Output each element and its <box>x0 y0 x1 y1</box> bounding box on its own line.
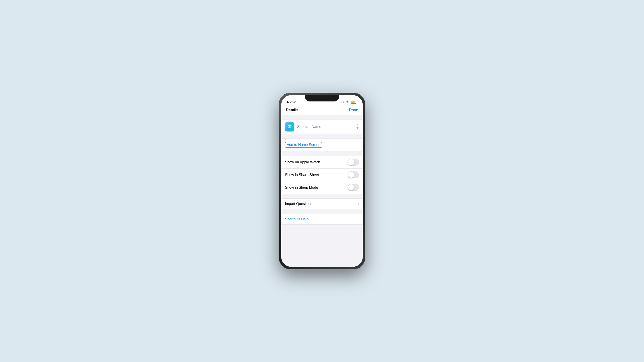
svg-marker-1 <box>288 126 292 128</box>
status-icons <box>341 100 358 104</box>
toggle-row-sleep-mode: Show in Sleep Mode <box>281 181 363 194</box>
toggle-label-share-sheet: Show in Share Sheet <box>285 173 319 177</box>
nav-bar: Details Done <box>281 105 363 115</box>
add-home-section: Add to Home Screen <box>281 138 363 151</box>
toggle-section: Show on Apple Watch Show in Share Sheet … <box>281 156 363 194</box>
shortcut-icon <box>285 122 294 131</box>
shortcut-name-input[interactable] <box>297 125 353 129</box>
toggle-apple-watch[interactable] <box>348 159 359 166</box>
done-button[interactable]: Done <box>349 108 358 112</box>
phone-inner: 4:26 ➤ <box>281 95 363 267</box>
help-section: Shortcuts Help <box>281 214 363 225</box>
content-area: Add to Home Screen Show on Apple Watch S… <box>281 115 363 261</box>
import-section: Import Questions › <box>281 198 363 209</box>
phone-outer: 4:26 ➤ <box>279 93 365 269</box>
toggle-row-share-sheet: Show in Share Sheet <box>281 168 363 181</box>
toggle-share-sheet[interactable] <box>348 171 359 178</box>
toggle-knob-apple-watch <box>348 159 354 165</box>
import-questions-label: Import Questions <box>285 202 312 206</box>
chevron-right-icon: › <box>358 202 359 206</box>
shortcut-name-row <box>281 119 363 134</box>
toggle-sleep-mode[interactable] <box>348 184 359 191</box>
signal-icon <box>341 101 344 103</box>
bottom-spacer <box>281 225 363 234</box>
time-display: 4:26 <box>287 100 294 104</box>
mic-icon[interactable] <box>356 124 359 130</box>
battery-icon <box>351 101 357 103</box>
shortcuts-help-link[interactable]: Shortcuts Help <box>285 217 309 221</box>
toggle-knob-share-sheet <box>348 172 354 178</box>
toggle-row-apple-watch: Show on Apple Watch <box>281 156 363 168</box>
location-arrow-icon: ➤ <box>294 100 296 103</box>
nav-title: Details <box>286 108 298 112</box>
add-home-button[interactable]: Add to Home Screen <box>285 142 322 148</box>
toggle-label-sleep-mode: Show in Sleep Mode <box>285 186 318 190</box>
wifi-icon <box>346 100 349 104</box>
toggle-label-apple-watch: Show on Apple Watch <box>285 160 320 164</box>
status-time-area: 4:26 ➤ <box>287 100 296 104</box>
import-questions-row[interactable]: Import Questions › <box>281 199 363 209</box>
toggle-knob-sleep-mode <box>348 184 354 190</box>
notch <box>305 95 339 101</box>
svg-rect-2 <box>357 124 358 127</box>
